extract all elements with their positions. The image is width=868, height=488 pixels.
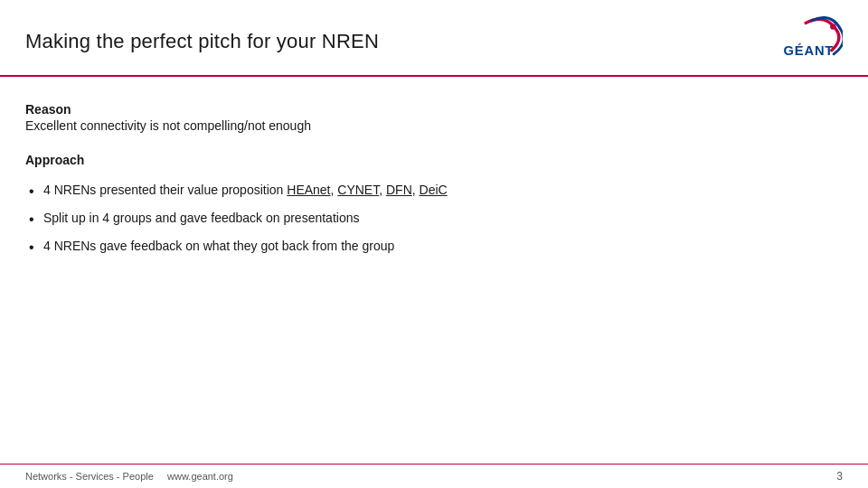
geant-logo-svg: GÉANT (761, 16, 843, 66)
bullet-1-text-before: 4 NRENs presented their value propositio… (43, 183, 287, 197)
approach-bullets: 4 NRENs presented their value propositio… (25, 176, 843, 260)
reason-section: Reason Excellent connectivity is not com… (25, 102, 843, 133)
approach-section: Approach 4 NRENs presented their value p… (25, 153, 843, 260)
footer-page-number: 3 (836, 470, 843, 483)
dfn-link[interactable]: DFN (386, 183, 412, 197)
bullet-2: Split up in 4 groups and gave feedback o… (25, 204, 843, 232)
svg-point-0 (830, 23, 836, 30)
cynet-link[interactable]: CYNET (337, 183, 379, 197)
svg-text:GÉANT: GÉANT (784, 43, 835, 58)
bullet-3: 4 NRENs gave feedback on what they got b… (25, 232, 843, 260)
page-title: Making the perfect pitch for your NREN (25, 30, 379, 53)
deic-link[interactable]: DeiC (420, 183, 448, 197)
reason-label: Reason (25, 102, 843, 117)
reason-text: Excellent connectivity is not compelling… (25, 118, 843, 133)
bullet-2-text: Split up in 4 groups and gave feedback o… (43, 211, 359, 225)
bullet-1: 4 NRENs presented their value propositio… (25, 176, 843, 204)
main-content: Reason Excellent connectivity is not com… (0, 77, 868, 278)
footer-networks-label: Networks - Services - People (25, 471, 154, 482)
page-footer: Networks - Services - People www.geant.o… (0, 464, 868, 488)
footer-url: www.geant.org (167, 471, 233, 482)
heanet-link[interactable]: HEAnet (287, 183, 330, 197)
logo: GÉANT (761, 16, 843, 66)
approach-label: Approach (25, 153, 843, 167)
bullet-3-text: 4 NRENs gave feedback on what they got b… (43, 239, 394, 253)
footer-left-text: Networks - Services - People www.geant.o… (25, 471, 233, 482)
page-header: Making the perfect pitch for your NREN G… (0, 0, 868, 75)
footer-content: Networks - Services - People www.geant.o… (0, 465, 868, 488)
